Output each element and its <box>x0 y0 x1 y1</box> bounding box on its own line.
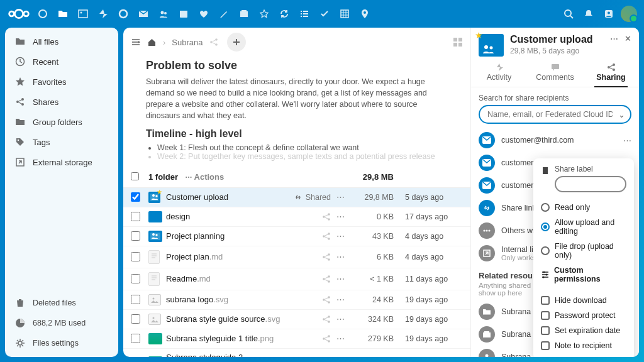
breadcrumb-current[interactable]: Subrana <box>172 38 203 47</box>
share-status[interactable]: Shared <box>280 193 331 202</box>
activity-icon[interactable] <box>93 4 113 24</box>
sidebar-item-recent[interactable]: Recent <box>5 52 118 72</box>
user-avatar[interactable] <box>619 4 639 24</box>
share-status[interactable] <box>280 253 331 261</box>
share-search-input[interactable] <box>479 105 631 124</box>
files-icon[interactable] <box>53 4 73 24</box>
table-row[interactable]: subrana logo.svg⋯24 KB19 days ago <box>123 290 470 310</box>
check-icon[interactable] <box>314 4 335 24</box>
contacts-menu-icon[interactable] <box>599 4 619 24</box>
option-read-only[interactable]: Read only <box>541 200 626 215</box>
close-icon[interactable]: ✕ <box>625 34 631 43</box>
image-thumbnail-icon <box>148 356 162 358</box>
maps-icon[interactable] <box>355 4 375 24</box>
share-recipient[interactable]: customer@third.com⋯ <box>479 129 631 151</box>
search-icon[interactable] <box>558 4 579 24</box>
contacts-icon[interactable] <box>153 4 174 24</box>
sidebar-item-deleted[interactable]: Deleted files <box>5 293 118 313</box>
svg-point-56 <box>328 315 330 318</box>
share-status[interactable] <box>280 232 331 241</box>
details-menu-icon[interactable]: ⋯ <box>610 34 618 43</box>
table-row[interactable]: Readme.md⋯< 1 KB11 days ago <box>123 268 470 290</box>
refresh-icon[interactable] <box>274 4 294 24</box>
breadcrumb-share-icon[interactable] <box>209 38 218 47</box>
share-icon[interactable] <box>322 334 331 343</box>
row-menu-icon[interactable]: ⋯ <box>331 314 350 324</box>
tab-activity[interactable]: Activity <box>471 59 527 87</box>
featured-icon[interactable] <box>254 4 274 24</box>
view-toggle-icon[interactable] <box>453 37 463 47</box>
row-menu-icon[interactable]: ⋯ <box>331 212 350 221</box>
row-menu-icon[interactable]: ⋯ <box>331 252 350 261</box>
table-row[interactable]: ★Customer uploadShared⋯29,8 MB5 days ago <box>123 188 470 207</box>
share-icon[interactable] <box>322 212 331 221</box>
share-status[interactable] <box>280 334 331 343</box>
svg-point-1 <box>9 11 14 16</box>
header-actions[interactable]: ··· Actions <box>186 172 225 182</box>
heart-icon[interactable] <box>194 4 214 24</box>
toggle-sidebar-icon[interactable] <box>131 38 141 47</box>
row-menu-icon[interactable]: ⋯ <box>331 334 350 343</box>
option-file-drop[interactable]: File drop (upload only) <box>541 239 626 263</box>
tasks-icon[interactable] <box>294 4 314 24</box>
share-icon[interactable] <box>322 253 331 261</box>
row-menu-icon[interactable]: ⋯ <box>331 192 350 202</box>
table-row[interactable]: Subrana styleguide 1 title.png⋯279 KB19 … <box>123 329 470 349</box>
option-password[interactable]: Password protect <box>541 308 626 323</box>
share-label-input[interactable] <box>555 176 626 192</box>
row-checkbox[interactable] <box>131 314 140 324</box>
tab-sharing[interactable]: Sharing <box>583 59 639 87</box>
option-hide-download[interactable]: Hide download <box>541 293 626 308</box>
row-checkbox[interactable] <box>131 192 140 202</box>
share-icon[interactable] <box>322 295 331 304</box>
sidebar-item-external[interactable]: External storage <box>5 152 118 172</box>
row-menu-icon[interactable]: ⋯ <box>331 231 350 241</box>
sidebar-item-group-folders[interactable]: Group folders <box>5 112 118 132</box>
dashboard-icon[interactable] <box>33 4 53 24</box>
sidebar-item-settings[interactable]: Files settings <box>5 333 118 353</box>
calendar-icon[interactable] <box>174 4 194 24</box>
sidebar-item-favorites[interactable]: Favorites <box>5 72 118 92</box>
row-checkbox[interactable] <box>131 231 140 241</box>
share-menu-icon[interactable]: ⋯ <box>623 136 631 145</box>
share-icon[interactable] <box>322 315 331 324</box>
select-all-checkbox[interactable] <box>131 172 139 180</box>
table-row[interactable]: Subrana style guide source.svg⋯324 KB19 … <box>123 310 470 329</box>
row-checkbox[interactable] <box>131 334 140 343</box>
tables-icon[interactable] <box>335 4 355 24</box>
share-icon[interactable] <box>322 232 331 241</box>
new-button[interactable] <box>227 33 246 52</box>
share-status[interactable] <box>280 295 331 304</box>
option-note[interactable]: Note to recipient <box>541 338 626 353</box>
table-row[interactable]: Project plan.md⋯6 KB4 days ago <box>123 246 470 268</box>
sidebar-item-shares[interactable]: Shares <box>5 92 118 112</box>
home-icon[interactable] <box>147 38 157 47</box>
share-status[interactable] <box>280 275 331 283</box>
share-status[interactable] <box>280 212 331 221</box>
sidebar-item-quota[interactable]: 688,2 MB used <box>5 313 118 333</box>
mail-icon[interactable] <box>133 4 153 24</box>
table-row[interactable]: design⋯0 KB17 days ago <box>123 207 470 227</box>
option-allow-upload[interactable]: Allow upload and editing <box>541 215 626 239</box>
table-row[interactable]: Subrana styleguide 2 logos.png⋯279 KB19 … <box>123 349 470 358</box>
tab-comments[interactable]: Comments <box>527 59 583 87</box>
row-checkbox[interactable] <box>131 252 140 261</box>
sidebar-item-tags[interactable]: Tags <box>5 132 118 152</box>
row-checkbox[interactable] <box>131 212 140 221</box>
notifications-icon[interactable] <box>579 4 599 24</box>
row-checkbox[interactable] <box>131 274 140 283</box>
deck-icon[interactable] <box>234 4 254 24</box>
option-custom[interactable]: Custom permissions <box>541 263 626 287</box>
share-icon[interactable] <box>322 275 331 283</box>
option-expiration[interactable]: Set expiration date <box>541 323 626 338</box>
table-row[interactable]: Project planning⋯43 KB4 days ago <box>123 227 470 246</box>
app-logo[interactable] <box>5 8 33 19</box>
row-menu-icon[interactable]: ⋯ <box>331 295 350 304</box>
sidebar-item-all-files[interactable]: All files <box>5 31 118 52</box>
share-status[interactable] <box>280 315 331 324</box>
notes-icon[interactable] <box>214 4 234 24</box>
row-checkbox[interactable] <box>131 295 140 304</box>
row-menu-icon[interactable]: ⋯ <box>331 274 350 283</box>
talk-icon[interactable] <box>113 4 133 24</box>
photos-icon[interactable] <box>73 4 93 24</box>
